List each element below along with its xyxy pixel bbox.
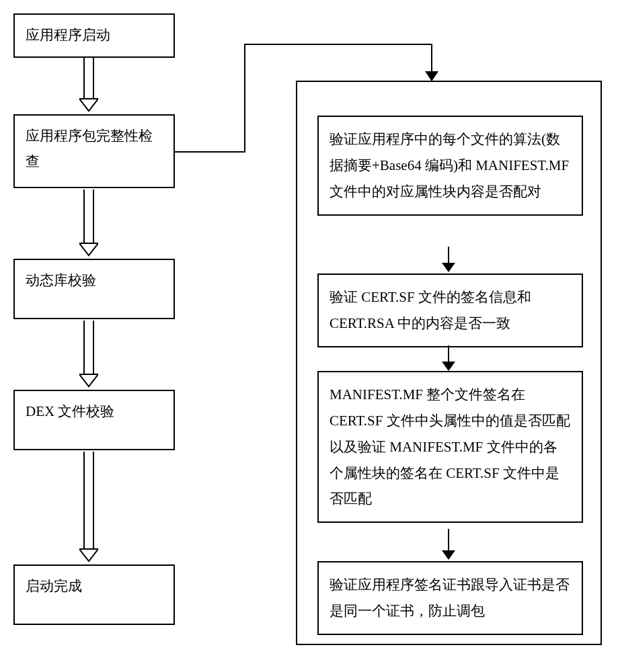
- step-label: 应用程序启动: [26, 27, 110, 43]
- step-label: 应用程序包完整性检查: [26, 128, 153, 169]
- svg-marker-5: [79, 243, 98, 255]
- substep-label: 验证应用程序签名证书跟导入证书是否是同一个证书，防止调包: [330, 577, 570, 619]
- substep-label: MANIFEST.MF 整个文件签名在 CERT.SF 文件中头属性中的值是否匹…: [330, 386, 570, 507]
- svg-marker-14: [442, 263, 455, 272]
- arrow-sub-2: [442, 345, 455, 372]
- svg-marker-16: [442, 362, 455, 371]
- substep-verify-manifest: MANIFEST.MF 整个文件签名在 CERT.SF 文件中头属性中的值是否匹…: [317, 371, 583, 523]
- step-label: DEX 文件校验: [26, 403, 114, 419]
- substep-label: 验证 CERT.SF 文件的签名信息和 CERT.RSA 中的内容是否一致: [330, 289, 531, 331]
- connector-h2: [244, 44, 432, 45]
- step-label: 启动完成: [26, 578, 82, 594]
- svg-marker-11: [79, 549, 98, 561]
- connector-v2: [431, 44, 432, 75]
- substep-verify-files: 验证应用程序中的每个文件的算法(数据摘要+Base64 编码)和 MANIFES…: [317, 116, 583, 216]
- step-integrity-check: 应用程序包完整性检查: [13, 114, 175, 188]
- arrow-down-2: [79, 190, 98, 257]
- step-app-launch: 应用程序启动: [13, 13, 175, 58]
- substep-label: 验证应用程序中的每个文件的算法(数据摘要+Base64 编码)和 MANIFES…: [330, 131, 569, 200]
- arrow-down-1: [79, 57, 98, 112]
- arrow-down-3: [79, 321, 98, 388]
- svg-marker-12: [425, 71, 438, 81]
- step-dex-check: DEX 文件校验: [13, 390, 175, 450]
- connector-h1: [175, 151, 245, 153]
- arrow-sub-1: [442, 247, 455, 274]
- detail-panel: 验证应用程序中的每个文件的算法(数据摘要+Base64 编码)和 MANIFES…: [296, 81, 602, 645]
- step-dynamic-lib-check: 动态库校验: [13, 259, 175, 319]
- step-label: 动态库校验: [26, 272, 96, 288]
- svg-marker-18: [442, 550, 455, 560]
- connector-v1: [244, 44, 245, 153]
- substep-verify-certsf: 验证 CERT.SF 文件的签名信息和 CERT.RSA 中的内容是否一致: [317, 274, 583, 347]
- arrow-sub-3: [442, 529, 455, 561]
- svg-marker-8: [79, 374, 98, 386]
- step-launch-complete: 启动完成: [13, 564, 175, 625]
- arrow-down-4: [79, 452, 98, 562]
- substep-verify-cert-match: 验证应用程序签名证书跟导入证书是否是同一个证书，防止调包: [317, 561, 583, 635]
- svg-marker-2: [79, 99, 98, 111]
